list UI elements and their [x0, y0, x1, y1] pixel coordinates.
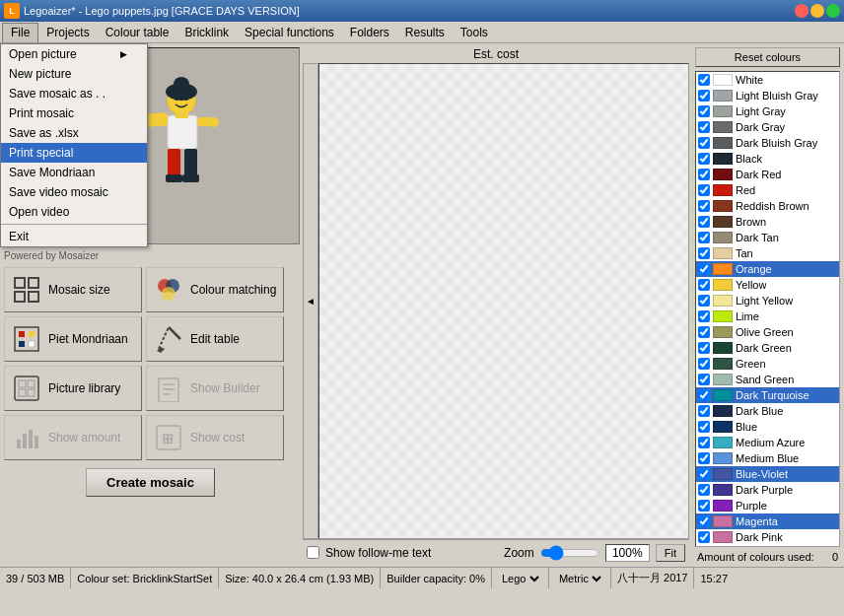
- minimize-button[interactable]: [810, 4, 824, 18]
- colour-checkbox[interactable]: [698, 137, 710, 149]
- menu-results[interactable]: Results: [397, 23, 453, 42]
- create-mosaic-button[interactable]: Create mosaic: [86, 468, 215, 497]
- menu-bricklink[interactable]: Bricklink: [176, 23, 237, 42]
- colour-row[interactable]: Dark Bluish Gray: [696, 135, 839, 151]
- colour-row[interactable]: Dark Green: [696, 340, 839, 356]
- svg-line-43: [169, 327, 180, 339]
- colour-row[interactable]: Blue: [696, 419, 839, 435]
- colour-row[interactable]: Lime: [696, 308, 839, 324]
- menu-file[interactable]: File: [2, 23, 38, 42]
- fit-button[interactable]: Fit: [656, 544, 685, 562]
- menu-save-video-mosaic[interactable]: Save video mosaic: [1, 182, 147, 202]
- show-builder-button[interactable]: Show Builder: [146, 366, 284, 411]
- colour-checkbox[interactable]: [698, 484, 710, 496]
- maximize-button[interactable]: [826, 4, 840, 18]
- colour-checkbox[interactable]: [698, 74, 710, 86]
- colour-list[interactable]: WhiteLight Bluish GrayLight GrayDark Gra…: [695, 71, 840, 547]
- colour-checkbox[interactable]: [698, 326, 710, 338]
- menu-folders[interactable]: Folders: [342, 23, 397, 42]
- collapse-arrow-button[interactable]: ◄: [303, 63, 318, 539]
- colour-checkbox[interactable]: [698, 169, 710, 180]
- colour-row[interactable]: Dark Blue: [696, 403, 839, 419]
- colour-row[interactable]: Black: [696, 151, 839, 167]
- mosaic-size-button[interactable]: Mosaic size: [4, 267, 142, 312]
- colour-swatch: [713, 310, 733, 322]
- colour-row[interactable]: Purple: [696, 498, 839, 513]
- menu-print-special[interactable]: Print special: [1, 143, 147, 163]
- colour-row[interactable]: Dark Red: [696, 167, 839, 182]
- menu-new-picture[interactable]: New picture: [1, 64, 147, 84]
- colour-checkbox[interactable]: [698, 468, 710, 480]
- colour-checkbox[interactable]: [698, 153, 710, 165]
- zoom-slider[interactable]: [540, 545, 599, 561]
- colour-checkbox[interactable]: [698, 452, 710, 464]
- colour-row[interactable]: Dark Tan: [696, 230, 839, 245]
- follow-me-checkbox[interactable]: [307, 546, 319, 559]
- colour-checkbox[interactable]: [698, 200, 710, 212]
- colour-checkbox[interactable]: [698, 421, 710, 433]
- colour-checkbox[interactable]: [698, 247, 710, 259]
- colour-row[interactable]: Light Gray: [696, 103, 839, 119]
- colour-row[interactable]: Sand Green: [696, 372, 839, 387]
- colour-checkbox[interactable]: [698, 232, 710, 243]
- colour-checkbox[interactable]: [698, 184, 710, 196]
- colour-checkbox[interactable]: [698, 358, 710, 370]
- colour-row[interactable]: Dark Gray: [696, 119, 839, 135]
- colour-row[interactable]: Dark Turquoise: [696, 387, 839, 403]
- colour-checkbox[interactable]: [698, 216, 710, 228]
- menu-projects[interactable]: Projects: [38, 23, 97, 42]
- menu-save-mondriaan[interactable]: Save Mondriaan: [1, 163, 147, 182]
- colour-row[interactable]: Orange: [696, 261, 839, 277]
- edit-table-button[interactable]: Edit table: [146, 316, 284, 362]
- colour-checkbox[interactable]: [698, 389, 710, 401]
- colour-row[interactable]: Light Yellow: [696, 293, 839, 308]
- colour-row[interactable]: Yellow: [696, 277, 839, 293]
- menu-tools[interactable]: Tools: [453, 23, 496, 42]
- colour-checkbox[interactable]: [698, 310, 710, 322]
- colour-checkbox[interactable]: [698, 437, 710, 448]
- piet-mondriaan-button[interactable]: Piet Mondriaan: [4, 316, 142, 362]
- menu-colour-table[interactable]: Colour table: [98, 23, 177, 42]
- colour-row[interactable]: Green: [696, 356, 839, 372]
- colour-row[interactable]: White: [696, 72, 839, 88]
- show-cost-button[interactable]: ⊞ Show cost: [146, 415, 284, 460]
- colour-checkbox[interactable]: [698, 500, 710, 512]
- colour-checkbox[interactable]: [698, 515, 710, 527]
- menu-special-functions[interactable]: Special functions: [237, 23, 342, 42]
- menu-print-mosaic[interactable]: Print mosaic: [1, 103, 147, 123]
- colour-row[interactable]: Dark Purple: [696, 482, 839, 498]
- colour-row[interactable]: Tan: [696, 245, 839, 261]
- colour-row[interactable]: Red: [696, 182, 839, 198]
- metric-select[interactable]: Metric: [555, 572, 604, 585]
- picture-library-button[interactable]: Picture library: [4, 366, 142, 411]
- colour-row[interactable]: Light Bluish Gray: [696, 88, 839, 103]
- menu-save-as-xlsx[interactable]: Save as .xlsx: [1, 123, 147, 143]
- colour-checkbox[interactable]: [698, 105, 710, 117]
- colour-checkbox[interactable]: [698, 279, 710, 291]
- menu-exit[interactable]: Exit: [1, 227, 147, 246]
- colour-row[interactable]: Blue-Violet: [696, 466, 839, 482]
- colour-checkbox[interactable]: [698, 531, 710, 543]
- colour-row[interactable]: Magenta: [696, 513, 839, 529]
- colour-checkbox[interactable]: [698, 342, 710, 354]
- menu-open-picture[interactable]: Open picture: [1, 44, 147, 64]
- colour-checkbox[interactable]: [698, 374, 710, 385]
- colour-checkbox[interactable]: [698, 405, 710, 417]
- colour-checkbox[interactable]: [698, 295, 710, 307]
- colour-checkbox[interactable]: [698, 90, 710, 102]
- show-amount-button[interactable]: Show amount: [4, 415, 142, 460]
- colour-row[interactable]: Dark Pink: [696, 529, 839, 545]
- colour-checkbox[interactable]: [698, 121, 710, 133]
- lego-select[interactable]: Lego: [498, 572, 542, 585]
- colour-checkbox[interactable]: [698, 263, 710, 275]
- colour-row[interactable]: Olive Green: [696, 324, 839, 340]
- menu-save-mosaic-as[interactable]: Save mosaic as . .: [1, 84, 147, 103]
- colour-row[interactable]: Medium Azure: [696, 435, 839, 450]
- menu-open-video[interactable]: Open video: [1, 202, 147, 222]
- colour-row[interactable]: Reddish Brown: [696, 198, 839, 214]
- reset-colours-button[interactable]: Reset colours: [695, 47, 840, 67]
- colour-row[interactable]: Medium Blue: [696, 450, 839, 466]
- colour-row[interactable]: Brown: [696, 214, 839, 230]
- colour-matching-button[interactable]: Colour matching: [146, 267, 284, 312]
- close-button[interactable]: [795, 4, 809, 18]
